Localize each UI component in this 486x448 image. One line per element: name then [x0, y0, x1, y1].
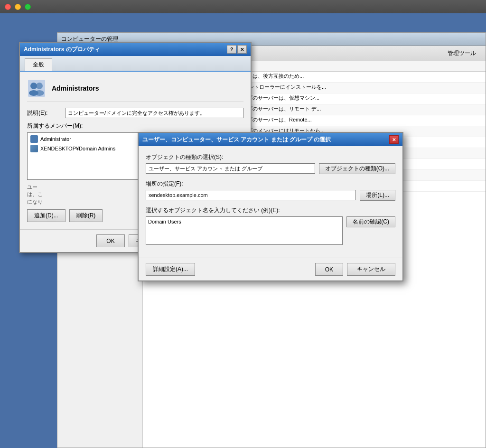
location-input[interactable] [146, 190, 356, 200]
select-dialog-body: オブジェクトの種類の選択(S): オブジェクトの種類(O)... 場所の指定(F… [139, 146, 402, 258]
mac-titlebar [0, 0, 486, 13]
add-button[interactable]: 追加(D)... [27, 209, 65, 222]
admin-tabs: 全般 [20, 56, 251, 72]
svg-point-56 [30, 83, 37, 89]
user-icon [30, 135, 38, 143]
object-name-textarea[interactable]: Domain Users [146, 216, 343, 245]
group-desc-cell: このグループのサーバーは、仮想マシン... [219, 93, 486, 104]
advanced-button[interactable]: 詳細設定(A)... [146, 263, 195, 276]
admin-header: Administrators [27, 79, 243, 102]
location-button[interactable]: 場所(L)... [360, 190, 395, 201]
desktop: コンピューターの管理 管理ツール 表示(V) ヘルプ(H) セキュリティの構成ウ… [0, 13, 486, 448]
mac-close-btn[interactable] [5, 4, 11, 10]
members-label: 所属するメンバー(M): [27, 122, 243, 130]
object-type-button[interactable]: オブジェクトの種類(O)... [319, 163, 395, 174]
select-ok-button[interactable]: OK [315, 263, 343, 276]
object-name-section: 選択するオブジェクト名を入力してください (例)(E): Domain User… [146, 206, 395, 245]
footer-right-btns: OK キャンセル [315, 263, 395, 276]
object-type-section: オブジェクトの種類の選択(S): オブジェクトの種類(O)... [146, 153, 395, 174]
group-icon [30, 145, 38, 152]
enter-name-label: 選択するオブジェクト名を入力してください (例)(E): [146, 206, 395, 215]
ok-button[interactable]: OK [96, 234, 125, 247]
member-name-1: XENDESKTOP¥Domain Admins [40, 146, 115, 151]
select-dialog-title: ユーザー、コンピューター、サービス アカウント または グループ の選択 [142, 136, 331, 144]
close-btn[interactable]: ✕ [237, 45, 247, 54]
tab-general[interactable]: 全般 [25, 58, 52, 71]
select-dialog-titlebar: ユーザー、コンピューター、サービス アカウント または グループ の選択 ✕ [139, 133, 402, 146]
object-type-row: オブジェクトの種類(O)... [146, 163, 395, 174]
select-dialog-footer: 詳細設定(A)... OK キャンセル [139, 258, 402, 280]
group-desc-cell: Power Users は、後方互換のため... [219, 72, 486, 83]
svg-point-57 [36, 83, 43, 89]
select-dialog-close-btn[interactable]: ✕ [389, 135, 399, 144]
object-type-input[interactable] [146, 163, 315, 174]
mac-maximize-btn[interactable] [25, 4, 31, 10]
group-desc-cell: このグループのサーバーは、リモート デ... [219, 104, 486, 115]
help-btn[interactable]: ? [227, 45, 236, 54]
description-label: 説明(E): [27, 108, 65, 117]
admin-titlebar-btns: ? ✕ [227, 45, 247, 54]
admin-titlebar: Administrators のプロパティ ? ✕ [20, 43, 251, 56]
management-tools-label: 管理ツール [448, 49, 476, 57]
description-row: 説明(E): [27, 108, 243, 118]
object-name-input-row: Domain Users 名前の確認(C) [146, 216, 395, 245]
admin-window-title: Administrators のプロパティ [24, 46, 100, 54]
location-label: 場所の指定(F): [146, 180, 395, 188]
verify-name-button[interactable]: 名前の確認(C) [346, 216, 395, 227]
svg-point-59 [35, 90, 44, 96]
select-users-dialog: ユーザー、コンピューター、サービス アカウント または グループ の選択 ✕ オ… [138, 132, 403, 281]
description-input[interactable] [65, 108, 243, 118]
member-name-0: Administrator [40, 136, 71, 142]
group-desc-cell: ドメイン コントローラーにインストールを... [219, 83, 486, 93]
select-cancel-button[interactable]: キャンセル [347, 263, 395, 276]
location-section: 場所の指定(F): 場所(L)... [146, 180, 395, 201]
admin-icon-box [27, 79, 46, 98]
location-row: 場所(L)... [146, 190, 395, 201]
admin-group-name: Administrators [52, 84, 99, 92]
admin-group-icon [28, 80, 45, 97]
object-type-label: オブジェクトの種類の選択(S): [146, 153, 395, 161]
remove-button[interactable]: 削除(R) [69, 209, 103, 222]
group-desc-cell: このグループのサーバーは、Remote... [219, 115, 486, 126]
mac-minimize-btn[interactable] [15, 4, 21, 10]
